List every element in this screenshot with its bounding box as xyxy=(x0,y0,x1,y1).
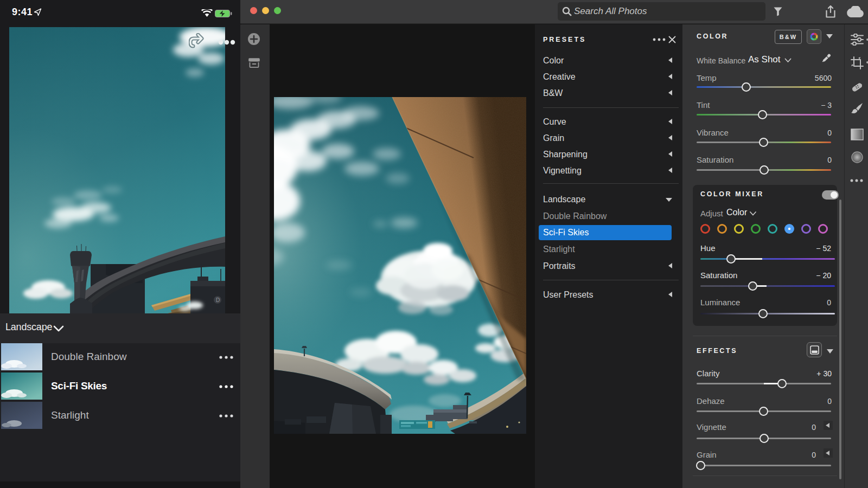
svg-text:D: D xyxy=(216,297,220,303)
